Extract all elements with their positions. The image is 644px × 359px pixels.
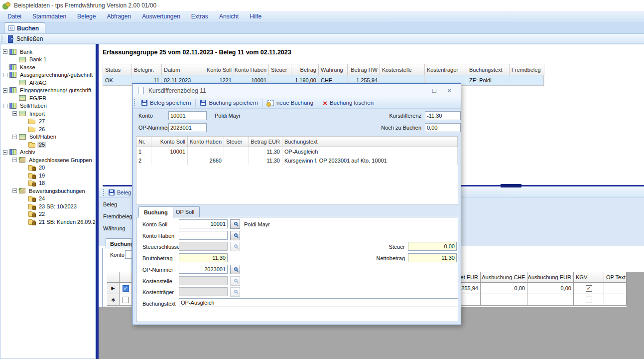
menu-datei[interactable]: Datei: [2, 11, 27, 22]
close-view-button[interactable]: Schließen: [5, 35, 45, 42]
column-header[interactable]: [107, 272, 120, 283]
kgv-checkbox-unchecked[interactable]: [586, 297, 592, 303]
tree-item-22[interactable]: 22: [0, 210, 95, 218]
column-header[interactable]: Konto Soll: [151, 137, 188, 147]
column-header[interactable]: Fremdbeleg: [510, 64, 544, 75]
tree-item-kasse[interactable]: Kasse: [0, 63, 95, 71]
tab-buchungen-bg[interactable]: Buchung: [106, 238, 132, 248]
column-header[interactable]: et EUR: [460, 272, 481, 283]
horizontal-splitter-grip[interactable]: [501, 184, 521, 187]
column-header[interactable]: Status: [103, 64, 132, 75]
column-header[interactable]: Datum: [162, 64, 199, 75]
neue-buchung-button[interactable]: neue Buchung: [264, 98, 317, 108]
column-header[interactable]: Kostenträger: [425, 64, 467, 75]
column-header[interactable]: Ausbuchung EUR: [527, 272, 574, 283]
column-header[interactable]: OP Text: [604, 272, 627, 283]
column-header[interactable]: KGV: [574, 272, 604, 283]
tree-expander[interactable]: [12, 188, 17, 193]
menu-ansicht[interactable]: Ansicht: [214, 11, 244, 22]
tree-item-ausgangsrechnung-gutschrift[interactable]: Ausgangsrechnung/-gutschrift: [0, 71, 95, 79]
konto-soll-field[interactable]: 10001: [179, 219, 228, 228]
tab-op-soll[interactable]: OP Soll: [170, 206, 200, 217]
tree-item-23-sb-10-2023[interactable]: 23 SB: 10/2023: [0, 202, 95, 210]
kgv-checkbox-checked[interactable]: ✓: [586, 285, 592, 292]
tree-item-ar-ag[interactable]: AR/AG: [0, 79, 95, 87]
tree-item-26[interactable]: 26: [0, 125, 95, 133]
column-header[interactable]: Buchungstext: [467, 64, 510, 75]
checkbox-unchecked[interactable]: [123, 297, 129, 303]
table-row[interactable]: 11000111,30OP-Ausgleich: [136, 147, 458, 156]
table-row[interactable]: 2266011,30Kursgewinn f. OP 2023001 auf K…: [136, 156, 458, 165]
op-nummer-field[interactable]: 2023001: [168, 123, 207, 132]
tree-item-archiv[interactable]: Archiv: [0, 149, 95, 157]
menu-belege[interactable]: Belege: [72, 11, 101, 22]
tree-expander[interactable]: [12, 158, 17, 162]
buchung-loeschen-button[interactable]: × Buchung löschen: [319, 98, 377, 108]
checkbox-checked[interactable]: ✓: [123, 285, 129, 292]
konto-field-bg[interactable]: [125, 250, 132, 259]
tree-expander[interactable]: [3, 104, 7, 108]
konto-haben-field[interactable]: [179, 231, 228, 240]
column-header[interactable]: Ausbuchung CHF: [481, 272, 527, 283]
dialog-toolbar-grip[interactable]: [134, 99, 135, 106]
tree-item-19[interactable]: 19: [0, 172, 95, 180]
column-header[interactable]: Konto Haben: [188, 137, 224, 147]
tree-item-soll-haben[interactable]: Soll/Haben: [0, 133, 95, 141]
konto-haben-lookup-button[interactable]: [230, 231, 240, 240]
tree-expander[interactable]: [3, 73, 7, 77]
table-row[interactable]: ►✓: [107, 283, 132, 294]
tree-item-27[interactable]: 27: [0, 118, 95, 126]
konto-soll-lookup-button[interactable]: [230, 219, 240, 229]
op-nummer-form-field[interactable]: 2023001: [179, 265, 228, 274]
op-nummer-lookup-button[interactable]: [230, 265, 240, 274]
column-header[interactable]: [120, 272, 132, 283]
lower-toolbar-grip[interactable]: [103, 189, 105, 196]
buchungstext-field[interactable]: OP-Ausgleich: [179, 298, 458, 307]
table-row[interactable]: ∗: [107, 294, 132, 306]
column-header[interactable]: Steuer: [224, 137, 249, 147]
column-header[interactable]: Konto Haben: [234, 64, 269, 75]
column-header[interactable]: Kostenstelle: [380, 64, 425, 75]
beleg-speichern-button[interactable]: Beleg speichern: [138, 98, 194, 108]
menu-extras[interactable]: Extras: [186, 11, 214, 22]
tree-expander[interactable]: [3, 88, 7, 93]
column-header[interactable]: Betrag EUR: [249, 137, 282, 147]
tree-item-25[interactable]: 25: [0, 141, 95, 149]
tree-item-bewertungsbuchungen[interactable]: Bewertungsbuchungen: [0, 187, 95, 195]
minimize-button[interactable]: –: [412, 87, 427, 94]
buchung-speichern-button[interactable]: Buchung speichern: [197, 98, 261, 108]
tree-expander[interactable]: [12, 135, 17, 139]
column-header[interactable]: Betrag: [291, 64, 319, 75]
tree-item-24[interactable]: 24: [0, 195, 95, 203]
maximize-button[interactable]: □: [427, 87, 442, 94]
column-header[interactable]: Konto Soll: [199, 64, 234, 75]
column-header[interactable]: Steuer: [269, 64, 291, 75]
column-header[interactable]: Währung: [319, 64, 348, 75]
tab-buchung[interactable]: Buchung: [138, 206, 173, 217]
bruttobetrag-field[interactable]: 11,30: [179, 253, 228, 262]
menu-hilfe[interactable]: Hilfe: [244, 11, 267, 22]
dialog-titlebar[interactable]: Kursdifferenzbeleg 11 – □ ×: [132, 84, 461, 97]
table-row[interactable]: 255,940,000,00✓: [460, 283, 627, 294]
tree-item-18[interactable]: 18: [0, 180, 95, 187]
tab-buchen[interactable]: B Buchen: [4, 22, 45, 33]
menu-abfragen[interactable]: Abfragen: [101, 11, 136, 22]
tree-item-soll-haben[interactable]: Soll/Haben: [0, 102, 95, 110]
nettobetrag-field[interactable]: 11,30: [408, 253, 457, 262]
tree-item-import[interactable]: Import: [0, 110, 95, 118]
tree-expander[interactable]: [3, 49, 7, 54]
tree-item-bank-1[interactable]: Bank 1: [0, 56, 95, 64]
tree-item-eg-er[interactable]: EG/ER: [0, 94, 95, 102]
column-header[interactable]: Buchungstext: [282, 137, 458, 147]
tree-expander[interactable]: [3, 150, 7, 155]
tree-item-20[interactable]: 20: [0, 164, 95, 172]
menu-stammdaten[interactable]: Stammdaten: [27, 11, 72, 22]
close-button[interactable]: ×: [442, 87, 457, 94]
tree-expander[interactable]: [12, 111, 17, 116]
toolbar-grip[interactable]: [1, 35, 3, 42]
tree-item-eingangsrechnung-gutschrift[interactable]: Eingangsrechnung/-gutschrift: [0, 87, 95, 95]
menu-auswertungen[interactable]: Auswertungen: [136, 11, 186, 22]
column-header[interactable]: Belegnr.: [132, 64, 162, 75]
column-header[interactable]: Nr.: [136, 137, 151, 147]
tree-item-bank[interactable]: Bank: [0, 48, 95, 56]
